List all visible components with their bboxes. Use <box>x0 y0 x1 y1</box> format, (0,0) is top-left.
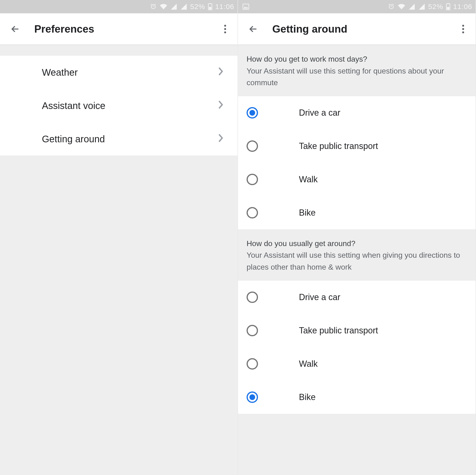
status-bar: 52% 11:06 <box>238 0 476 13</box>
section-header-work-commute: How do you get to work most days? Your A… <box>238 45 476 96</box>
section-subtitle: Your Assistant will use this setting for… <box>247 65 467 89</box>
svg-point-3 <box>224 25 226 27</box>
radio-option-public-transport[interactable]: Take public transport <box>238 314 476 347</box>
radio-icon <box>247 140 258 152</box>
clock-text: 11:06 <box>215 3 234 11</box>
radio-icon <box>247 291 258 303</box>
radio-label: Drive a car <box>299 108 340 118</box>
svg-point-5 <box>224 32 226 33</box>
radio-option-walk[interactable]: Walk <box>238 347 476 381</box>
radio-label: Walk <box>299 359 318 369</box>
svg-rect-1 <box>209 7 211 10</box>
alarm-icon <box>388 3 395 10</box>
status-bar: 52% 11:06 <box>0 0 238 13</box>
page-title: Preferences <box>34 23 220 35</box>
battery-percent: 52% <box>190 3 205 11</box>
spacer <box>0 45 238 56</box>
radio-option-bike[interactable]: Bike <box>238 196 476 229</box>
radio-label: Take public transport <box>299 141 378 151</box>
radio-icon <box>247 174 258 185</box>
svg-point-4 <box>224 28 226 30</box>
getaround-options: Drive a car Take public transport Walk B… <box>238 281 476 414</box>
preferences-list: Weather Assistant voice Getting around <box>0 56 238 156</box>
screen-getting-around: 52% 11:06 Getting around How do you get … <box>238 0 476 475</box>
signal-icon <box>418 3 425 10</box>
radio-option-public-transport[interactable]: Take public transport <box>238 129 476 163</box>
screen-preferences: 52% 11:06 Preferences Weather Assistant … <box>0 0 238 475</box>
chevron-right-icon <box>218 67 223 78</box>
signal-nosim-icon <box>170 3 177 10</box>
signal-nosim-icon <box>408 3 415 10</box>
radio-label: Bike <box>299 208 316 218</box>
list-item-weather[interactable]: Weather <box>0 56 238 89</box>
svg-rect-2 <box>209 3 211 4</box>
svg-rect-9 <box>447 3 449 4</box>
radio-option-walk[interactable]: Walk <box>238 163 476 196</box>
battery-percent: 52% <box>428 3 443 11</box>
clock-text: 11:06 <box>453 3 472 11</box>
section-subtitle: Your Assistant will use this setting whe… <box>247 249 467 273</box>
list-item-label: Weather <box>42 67 78 78</box>
svg-point-12 <box>462 32 464 33</box>
radio-label: Take public transport <box>299 325 378 336</box>
signal-icon <box>180 3 187 10</box>
app-bar: Getting around <box>238 13 476 45</box>
radio-icon <box>247 107 258 119</box>
radio-option-bike[interactable]: Bike <box>238 381 476 414</box>
list-item-assistant-voice[interactable]: Assistant voice <box>0 89 238 122</box>
battery-icon <box>208 3 212 10</box>
chevron-right-icon <box>218 101 223 111</box>
chevron-right-icon <box>218 134 223 144</box>
list-item-getting-around[interactable]: Getting around <box>0 122 238 156</box>
radio-icon <box>247 391 258 403</box>
section-question: How do you get to work most days? <box>247 53 467 65</box>
svg-point-10 <box>462 25 464 27</box>
radio-option-drive[interactable]: Drive a car <box>238 281 476 314</box>
svg-rect-6 <box>243 4 249 10</box>
list-item-label: Getting around <box>42 134 105 144</box>
radio-label: Walk <box>299 174 318 185</box>
section-header-get-around: How do you usually get around? Your Assi… <box>238 230 476 281</box>
svg-point-11 <box>462 28 464 30</box>
more-button[interactable] <box>220 23 231 35</box>
section-question: How do you usually get around? <box>247 238 467 250</box>
back-button[interactable] <box>10 23 21 35</box>
list-item-label: Assistant voice <box>42 101 105 111</box>
radio-icon <box>247 358 258 370</box>
svg-rect-8 <box>447 7 449 10</box>
wifi-icon <box>398 3 405 10</box>
more-button[interactable] <box>458 23 469 35</box>
page-title: Getting around <box>272 23 458 35</box>
alarm-icon <box>150 3 157 10</box>
radio-option-drive[interactable]: Drive a car <box>238 96 476 129</box>
battery-icon <box>446 3 450 10</box>
radio-icon <box>247 325 258 336</box>
back-button[interactable] <box>248 23 259 35</box>
radio-label: Drive a car <box>299 292 340 302</box>
radio-label: Bike <box>299 392 316 402</box>
image-notification-icon <box>242 3 249 10</box>
app-bar: Preferences <box>0 13 238 45</box>
commute-options: Drive a car Take public transport Walk B… <box>238 96 476 230</box>
wifi-icon <box>160 3 167 10</box>
radio-icon <box>247 207 258 219</box>
